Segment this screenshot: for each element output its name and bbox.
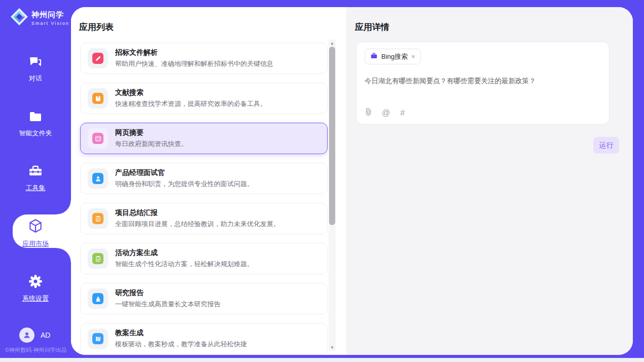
close-icon[interactable]: × [411, 53, 415, 60]
app-card-event-plan[interactable]: 活动方案生成 智能生成个性化活动方案，轻松解决规划难题。 [80, 243, 328, 274]
books-icon [88, 329, 108, 349]
gear-icon [28, 282, 43, 291]
app-list: 招标文件解析 帮助用户快速、准确地理解和解析招标书中的关键信息 文献搜索 快速精… [80, 43, 328, 355]
app-description: 全面回顾项目进展，总结经验教训，助力未来优化发展。 [115, 220, 280, 229]
query-text[interactable]: 今日湖北有哪些新闻要点？有哪些需要关注的最新政策？ [365, 77, 601, 86]
scrollbar[interactable]: ▲ ▼ [329, 40, 336, 351]
sidebar-item-label: 系统设置 [0, 294, 71, 303]
app-card-research-report[interactable]: 研究报告 一键智能生成高质量长文本研究报告 [80, 283, 328, 314]
brand-name: 神州问学 [31, 10, 64, 19]
briefcase-icon [370, 52, 378, 61]
main-container: 应用列表 招标文件解析 帮助用户快速、准确地理解和解析招标书中的关键信息 [71, 7, 633, 355]
sidebar-item-chat[interactable]: 对话 [0, 55, 71, 83]
sidebar-item-app-market[interactable]: 应用市场 [0, 218, 71, 248]
avatar[interactable] [19, 328, 34, 343]
run-button[interactable]: 运行 [593, 137, 619, 154]
sidebar: 神州问学 Smart Vision 对话 智能文件夹 [0, 0, 71, 358]
app-title: 项目总结汇报 [115, 208, 280, 218]
sidebar-item-settings[interactable]: 系统设置 [0, 274, 71, 303]
interviewer-icon [88, 168, 108, 189]
app-description: 模板驱动，教案秒成，教学准备从此轻松快捷 [115, 340, 247, 349]
mention-icon[interactable]: @ [382, 108, 390, 118]
hash-icon[interactable]: # [400, 108, 405, 118]
app-description: 智能生成个性化活动方案，轻松解决规划难题。 [115, 260, 254, 269]
sidebar-item-label: 工具集 [0, 184, 71, 193]
plan-check-icon [88, 248, 108, 269]
app-description: 帮助用户快速、准确地理解和解析招标书中的关键信息 [115, 59, 273, 68]
app-detail-title: 应用详情 [355, 21, 389, 33]
app-detail-panel: 应用详情 Bing搜索 × 今日湖北有哪些新闻要点？有哪些需要关注的最新政策？ [346, 7, 633, 355]
sidebar-item-label: 应用市场 [0, 239, 71, 248]
app-title: 网页摘要 [115, 128, 188, 137]
sidebar-item-toolset[interactable]: 工具集 [0, 164, 71, 193]
compose-card[interactable]: Bing搜索 × 今日湖北有哪些新闻要点？有哪些需要关注的最新政策？ @ # [356, 42, 610, 125]
folder-icon [28, 117, 43, 125]
diamond-logo-icon [10, 8, 28, 28]
app-card-pm-interviewer[interactable]: 产品经理面试官 明确身份和职责，为您提供专业性的面试问题。 [80, 163, 328, 194]
scrollbar-thumb[interactable] [329, 47, 335, 225]
app-title: 研究报告 [115, 288, 221, 298]
app-description: 一键智能生成高质量长文本研究报告 [115, 300, 221, 309]
sidebar-item-label: 智能文件夹 [0, 129, 71, 138]
app-title: 产品经理面试官 [115, 168, 254, 177]
scroll-down-icon[interactable]: ▼ [329, 344, 336, 351]
app-title: 文献搜索 [115, 88, 267, 97]
brand-logo: 神州问学 Smart Vision [10, 8, 69, 28]
composer-toolbar: @ # [365, 107, 405, 118]
tool-tag-bing-search[interactable]: Bing搜索 × [365, 49, 421, 64]
app-list-panel: 应用列表 招标文件解析 帮助用户快速、准确地理解和解析招标书中的关键信息 [71, 7, 346, 355]
book-icon [88, 88, 108, 108]
user-name: AD [41, 331, 50, 339]
scroll-up-icon[interactable]: ▲ [329, 40, 336, 47]
toolbox-icon [28, 171, 43, 180]
app-list-title: 应用列表 [79, 21, 114, 33]
webpage-icon [88, 128, 108, 149]
cube-icon [28, 227, 43, 236]
copyright-text: ©神州数码·神州问学出品 [5, 346, 67, 354]
app-title: 教案生成 [115, 329, 247, 338]
app-description: 每日政府新闻资讯快查。 [115, 139, 188, 149]
report-icon [88, 208, 108, 229]
pen-icon [88, 48, 108, 68]
app-title: 活动方案生成 [115, 248, 254, 258]
app-card-literature-search[interactable]: 文献搜索 快速精准查找学术资源，提高研究效率的必备工具。 [80, 83, 328, 114]
sidebar-item-label: 对话 [0, 74, 71, 83]
app-description: 明确身份和职责，为您提供专业性的面试问题。 [115, 179, 254, 189]
app-card-project-summary[interactable]: 项目总结汇报 全面回顾项目进展，总结经验教训，助力未来优化发展。 [80, 203, 328, 234]
tool-tag-label: Bing搜索 [381, 52, 408, 61]
app-card-bid-parse[interactable]: 招标文件解析 帮助用户快速、准确地理解和解析招标书中的关键信息 [80, 43, 328, 74]
app-card-web-summary[interactable]: 网页摘要 每日政府新闻资讯快查。 [80, 123, 328, 154]
chat-icon [28, 62, 43, 70]
brand-subtitle: Smart Vision [31, 21, 69, 26]
user-row[interactable]: AD [19, 328, 50, 343]
app-description: 快速精准查找学术资源，提高研究效率的必备工具。 [115, 99, 267, 108]
app-title: 招标文件解析 [115, 48, 273, 57]
ink-icon [88, 288, 108, 309]
sidebar-item-smart-folder[interactable]: 智能文件夹 [0, 110, 71, 138]
app-card-lesson-plan[interactable]: 教案生成 模板驱动，教案秒成，教学准备从此轻松快捷 [80, 323, 328, 354]
paperclip-icon[interactable] [365, 107, 372, 118]
